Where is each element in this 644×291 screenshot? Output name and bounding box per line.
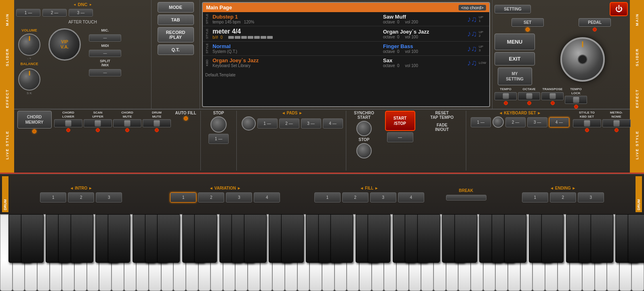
menu-knob-row: MENU EXIT MYSETTING [495,34,628,85]
black-key-5-1[interactable] [455,214,477,263]
row4-label: KBD [205,59,211,66]
kbd-knob-2[interactable] [492,116,504,128]
pad-btn-2[interactable]: 2 — [279,118,299,129]
ending-btn-2[interactable]: 2 [550,192,576,202]
black-key-1-5[interactable] [157,214,180,263]
row3-up: UP3 [479,45,487,52]
pad-btn-1[interactable]: 1 — [257,118,278,129]
variation-section: VARIATION 1 2 3 4 [154,186,297,202]
balance-knob[interactable] [18,68,40,91]
pad-knob-1[interactable] [242,116,256,131]
tempo-slider[interactable] [495,92,517,100]
row1-right-name: Saw Muff [383,14,464,20]
ending-btn-3[interactable]: 3 [578,192,604,202]
dnc-label: DNC [16,2,149,7]
pedal-led [593,27,597,32]
synchro-stop-knob[interactable] [356,143,372,158]
power-btn[interactable]: ⏻ [610,2,628,16]
black-key-3-1[interactable] [281,214,304,263]
row3-right-name: Finger Bass [383,43,464,49]
exit-btn[interactable]: EXIT [495,52,535,65]
transpose-slider[interactable] [541,92,564,100]
variation-btn-3[interactable]: 3 [226,192,252,202]
chord-lower-slider[interactable] [54,119,82,127]
display-row-1[interactable]: STYLE Dubstep 1 tempo 145 bpm 120% Saw M… [203,12,489,26]
chord-memory-btn[interactable]: CHORDMEMORY [17,111,52,129]
break-btn[interactable] [446,195,486,200]
black-key-4-1[interactable] [368,214,390,263]
slider-right-label: SLIDER [635,48,639,66]
synchro-start-knob[interactable] [356,121,372,136]
dnc-btn-2[interactable]: 2 — [42,9,67,17]
intro-btn-2[interactable]: 2 [68,192,94,202]
black-key-0-5[interactable] [71,214,93,263]
kbd-btn-2[interactable]: 2 — [505,117,526,127]
menu-btn[interactable]: MENU [495,34,535,50]
stop-btn-1[interactable]: 1 — [208,134,229,144]
display-row-4[interactable]: KBD Organ Joey`s Jazz Keyboard Set Libra… [203,56,489,70]
dnc-btn-3[interactable]: 3 — [69,9,93,17]
main-knob[interactable] [560,37,605,82]
black-key-1-1[interactable] [108,214,130,263]
black-key-2-5[interactable] [244,214,267,263]
black-key-7-1[interactable] [628,214,644,263]
tab-btn[interactable]: TAB [158,15,194,25]
black-key-0-1[interactable] [21,214,44,263]
ending-btn-1[interactable]: 1 [522,192,548,202]
start-stop-indicator[interactable]: — [387,132,413,142]
kbd-btn-4[interactable]: 4 — [549,117,569,127]
split-mix-label: SPLIT/MIX [100,59,110,67]
tempo-lock-slider[interactable] [565,96,587,104]
fill-btn-2[interactable]: 2 [342,192,368,202]
midi-btn[interactable]: — [89,50,121,57]
black-key-4-5[interactable] [417,214,440,263]
mode-btn[interactable]: MODE [158,2,194,13]
fill-btn-3[interactable]: 3 [370,192,396,202]
vip-disc[interactable]: VIPV.A. [48,28,81,61]
row1-right-sub: octave 0 vol 200 [383,20,464,24]
mic-btn[interactable]: — [89,34,121,42]
scan-upper-slider[interactable] [84,119,112,127]
kbd-btn-3[interactable]: 3 — [527,117,547,127]
set-btn[interactable]: SET [511,18,544,27]
fill-btn-4[interactable]: 4 [398,192,424,202]
piano-keys[interactable] [0,214,644,291]
variation-btn-4[interactable]: 4 [254,192,280,202]
metronome-slider[interactable] [602,119,631,127]
variation-btn-1[interactable]: 1 [170,192,196,202]
kbd-set-col: KEYBOARD SET 1 — 2 — 3 — 4 — [466,111,574,171]
fill-btn-1[interactable]: 1 [314,192,341,202]
octave-slider[interactable] [518,92,540,100]
drum-mute-slider[interactable] [143,119,171,127]
style-to-kbd-slider[interactable] [573,119,601,127]
row3-sub: System (Q.T.) [213,49,383,54]
black-key-2-1[interactable] [194,214,217,263]
black-key-3-5[interactable] [330,214,353,263]
stop-knob[interactable] [210,116,227,133]
pad-btn-3[interactable]: 3 — [301,118,321,129]
intro-btn-3[interactable]: 3 [96,192,122,202]
record-play-btn[interactable]: RECORD/PLAY [158,27,194,42]
variation-btn-2[interactable]: 2 [198,192,224,202]
chord-mute-slider[interactable] [113,119,141,127]
metronome-led [615,128,619,132]
pedal-btn[interactable]: PEDAL [579,18,611,27]
pad-btn-4[interactable]: 4 — [323,118,343,129]
kbd-btn-1[interactable]: 1 — [471,117,491,127]
display-row-3[interactable]: STYLE Normal System (Q.T.) Finger Bass o… [203,42,489,56]
volume-knob[interactable] [18,34,40,56]
scan-upper-label: SCANUPPER [92,111,103,118]
split-mix-btn[interactable]: — [89,69,121,76]
my-setting-btn[interactable]: MYSETTING [498,67,532,85]
display-row-2[interactable]: STYLE meter 4/4 b/# 0 Organ Joey`s Jazz … [203,26,489,42]
display-section: Main Page <no chord> STYLE Dubstep 1 tem… [200,0,492,109]
black-key-6-1[interactable] [541,214,564,263]
black-key-5-5[interactable] [504,214,527,263]
intro-btn-1[interactable]: 1 [40,192,66,202]
dnc-btn-1[interactable]: 1 — [16,9,40,17]
start-stop-btn[interactable]: START/STOP [385,111,415,131]
black-key-6-5[interactable] [591,214,613,263]
row1-music-icon: ♪♫ [467,15,477,24]
setting-btn[interactable]: SETTING [495,5,531,13]
qt-btn[interactable]: Q.T. [158,44,194,55]
